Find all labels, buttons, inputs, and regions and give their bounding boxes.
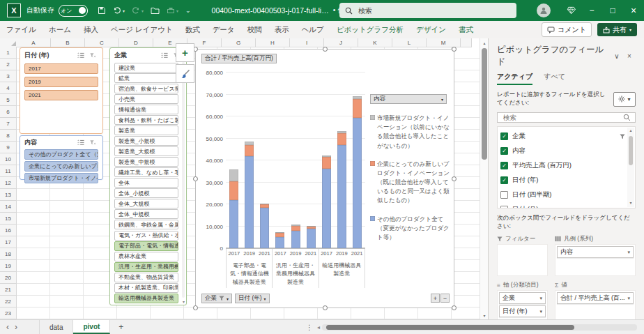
slicer-item-宿泊業、飲食サービス業[interactable]: 宿泊業、飲食サービス業 (114, 84, 178, 93)
clear-filter-icon[interactable] (88, 138, 98, 147)
slicer-item-製造業_小規模[interactable]: 製造業_小規模 (114, 136, 178, 146)
column-header-I[interactable]: I (290, 38, 324, 47)
row-header-13[interactable]: 13 (0, 189, 17, 201)
field-row-日付 (四半期)[interactable]: 日付 (四半期) (500, 188, 625, 202)
slicer-item-汎用・生産用・業務用機...[interactable]: 汎用・生産用・業務用機... (114, 262, 178, 272)
slicer-item-電気・ガス・熱供給・水...[interactable]: 電気・ガス・熱供給・水... (114, 231, 178, 241)
collapse-button[interactable]: − (440, 294, 450, 303)
stacked-bar-2017[interactable] (275, 232, 284, 248)
bar-segment[interactable] (260, 208, 269, 248)
column-header-C[interactable]: C (85, 38, 119, 47)
account-avatar[interactable] (537, 3, 551, 17)
row-header-9[interactable]: 9 (0, 142, 17, 153)
selection-handle[interactable] (452, 47, 457, 52)
slicer-item-不動産業、物品賃貸業[interactable]: 不動産業、物品賃貸業 (114, 273, 178, 282)
bar-segment[interactable] (322, 157, 331, 169)
multiselect-icon[interactable] (159, 51, 169, 60)
slicer-item-情報通信業[interactable]: 情報通信業 (114, 105, 178, 114)
chart-legend-field-button[interactable]: 内容 ▾ (370, 94, 447, 104)
ribbon-tab-ヘルプ[interactable]: ヘルプ (296, 21, 330, 38)
fields-search-input[interactable] (502, 113, 620, 122)
legend-item[interactable]: 企業にとってのみ新しいプロダクト・イノベーション（既に競合他社が導入しているもの… (370, 160, 450, 206)
slicer-item-全体_中規模[interactable]: 全体_中規模 (114, 209, 178, 219)
pivot-chart[interactable]: 合計 / 平均売上高(百万円) 010,00020,00030,00040,00… (195, 49, 454, 308)
multiselect-icon[interactable] (75, 51, 86, 60)
row-header-21[interactable]: 21 (0, 284, 17, 296)
chart-value-field-button[interactable]: 合計 / 平均売上高(百万円) (201, 54, 277, 63)
slicer-item-全体[interactable]: 全体 (114, 178, 178, 188)
tools-button[interactable]: ▾ (613, 92, 636, 107)
stacked-bar-2019[interactable] (291, 225, 300, 248)
zone-body-values[interactable]: 合計 / 平均売上高 (百...▾ (555, 290, 636, 322)
bar-segment[interactable] (353, 118, 362, 248)
sheet-tab-data[interactable]: data (39, 320, 73, 334)
minimize-button[interactable]: − (581, 0, 602, 21)
legend-item[interactable]: 市場新規プロダクト・イノベーション（以前にいかなる競合他社も導入したことがないも… (370, 114, 450, 151)
zone-body-legend[interactable]: 内容▾ (555, 244, 636, 276)
bar-segment[interactable] (275, 237, 284, 248)
row-header-10[interactable]: 10 (0, 153, 17, 165)
slicer-item-食料品・飲料・たばこ製...[interactable]: 食料品・飲料・たばこ製... (114, 115, 178, 125)
pane-close-icon[interactable]: × (623, 52, 636, 60)
search-box[interactable] (339, 3, 516, 18)
fields-search-box[interactable] (497, 112, 636, 123)
slicer-item-その他のプロダクト全て（変...[interactable]: その他のプロダクト全て（変... (24, 149, 98, 160)
zone-body-axis[interactable]: 企業▾日付 (年)▾ (497, 290, 548, 322)
slicer-item-企業にとってのみ新しいプロ...[interactable]: 企業にとってのみ新しいプロ... (24, 161, 98, 172)
scroll-left-icon[interactable]: ◂ (317, 324, 320, 331)
expand-button[interactable]: + (431, 294, 440, 303)
ribbon-tab-ホーム[interactable]: ホーム (43, 21, 77, 38)
stacked-bar-2019[interactable] (245, 142, 254, 248)
premium-diamond-icon[interactable] (560, 0, 581, 21)
row-header-20[interactable]: 20 (0, 272, 17, 284)
selection-handle[interactable] (323, 47, 328, 52)
stacked-bar-2021[interactable] (353, 96, 362, 248)
row-header-6[interactable]: 6 (0, 106, 17, 118)
column-header-partial[interactable] (461, 38, 472, 47)
selection-handle[interactable] (193, 305, 198, 310)
field-checkbox[interactable]: ✓ (500, 132, 508, 140)
hscroll-thumb[interactable] (326, 325, 574, 330)
slicer-item-鉄鋼業、非鉄金属・金属...[interactable]: 鉄鋼業、非鉄金属・金属... (114, 220, 178, 229)
customize-qat-icon[interactable]: ⌄ (183, 3, 194, 18)
zone-field-pill-合計 / 平均売上高 (百...[interactable]: 合計 / 平均売上高 (百...▾ (557, 292, 634, 304)
slicer-company[interactable]: 企業建設業鉱業宿泊業、飲食サービス業小売業情報通信業食料品・飲料・たばこ製...… (109, 47, 187, 305)
slicer-item-木材・紙製造業、印刷業[interactable]: 木材・紙製造業、印刷業 (114, 283, 178, 293)
column-header-D[interactable]: D (119, 38, 153, 47)
row-header-18[interactable]: 18 (0, 248, 17, 260)
autosave-toggle[interactable]: オン (59, 5, 88, 17)
fieldlist-scroll-thumb[interactable] (629, 136, 633, 165)
ribbon-tab-表示[interactable]: 表示 (268, 21, 296, 38)
row-header-17[interactable]: 17 (0, 236, 17, 248)
bar-segment[interactable] (291, 231, 300, 248)
add-sheet-button[interactable]: + (118, 322, 123, 332)
row-header-14[interactable]: 14 (0, 201, 17, 213)
slicer-item-市場新規プロダクト・イノベ...[interactable]: 市場新規プロダクト・イノベ... (24, 173, 98, 183)
restore-button[interactable]: □ (602, 0, 623, 21)
zone-field-pill-企業[interactable]: 企業▾ (499, 292, 546, 304)
bar-segment[interactable] (229, 200, 238, 248)
pane-chevron-icon[interactable]: ∨ (611, 52, 623, 60)
excel-app-icon[interactable]: X (7, 3, 21, 17)
slicer-item-建設業[interactable]: 建設業 (114, 63, 178, 73)
search-input[interactable] (357, 6, 485, 15)
column-header-J[interactable]: J (324, 38, 358, 47)
vscroll-thumb[interactable] (482, 48, 487, 160)
next-sheet-icon[interactable]: › (8, 322, 24, 332)
slicer-scroll-down-icon[interactable]: ▾ (183, 299, 185, 304)
row-header-5[interactable]: 5 (0, 94, 17, 106)
clear-filter-icon[interactable] (88, 51, 98, 60)
column-header-H[interactable]: H (256, 38, 290, 47)
slicer-item-農林水産業[interactable]: 農林水産業 (114, 252, 178, 261)
field-checkbox[interactable] (500, 206, 508, 208)
row-header-7[interactable]: 7 (0, 118, 17, 130)
row-header-3[interactable]: 3 (0, 70, 17, 82)
slicer-content[interactable]: 内容その他のプロダクト全て（変...企業にとってのみ新しいプロ...市場新規プロ… (20, 135, 103, 180)
ribbon-contextual-tab-書式[interactable]: 書式 (452, 21, 480, 38)
row-header-8[interactable]: 8 (0, 130, 17, 142)
save-icon[interactable] (95, 3, 109, 18)
slicer-scrollbar[interactable] (182, 62, 185, 298)
ribbon-tab-校閲[interactable]: 校閲 (241, 21, 268, 38)
close-button[interactable]: × (623, 0, 644, 21)
field-row-平均売上高 (百万円)[interactable]: ✓平均売上高 (百万円) (500, 158, 625, 173)
